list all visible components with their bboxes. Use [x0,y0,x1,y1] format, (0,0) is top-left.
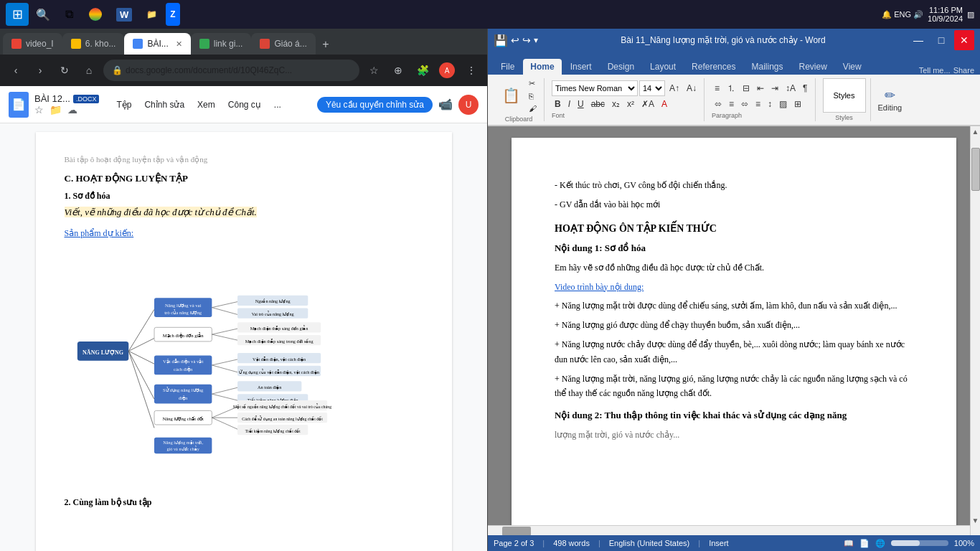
paste-btn[interactable]: 📋 [498,85,524,105]
hscroll-thumb[interactable] [502,527,531,535]
share-btn[interactable]: ⊕ [388,60,408,80]
tab-label: link gi... [214,39,243,49]
superscript-btn[interactable]: x² [624,98,637,110]
share-text[interactable]: Share [953,66,974,75]
indent-right-btn[interactable]: ⇥ [768,82,781,95]
tab-file[interactable]: File [494,59,522,75]
scroll-thumb[interactable] [971,148,980,191]
redo-icon[interactable]: ↪ [522,34,531,46]
address-bar[interactable]: 🔒 docs.google.com/document/d/10QI46ZqC..… [103,60,359,81]
tab-link[interactable]: link gi... [191,33,252,55]
star-icon[interactable]: ☆ [34,104,44,116]
notification-btn[interactable]: ▨ [967,10,974,19]
extension-btn[interactable]: 🧩 [413,60,433,80]
menu-tep[interactable]: Tệp [110,97,137,113]
show-hide-btn[interactable]: ¶ [800,82,810,95]
reload-btn[interactable]: ↻ [55,60,75,80]
search-icon[interactable]: 🔍 [32,3,55,26]
styles-btn[interactable]: Styles [823,78,866,113]
folder-icon[interactable]: 📁 [50,104,62,116]
numbering-btn[interactable]: ⒈ [724,81,738,96]
tab-references[interactable]: References [684,59,743,75]
tab-kho[interactable]: 6. kho... [62,33,125,55]
profile-btn[interactable]: A [437,60,457,80]
justify-btn[interactable]: ≡ [753,98,763,110]
line-spacing-btn[interactable]: ↕ [765,98,775,110]
tab-close-btn[interactable]: ✕ [176,39,182,49]
maximize-btn[interactable]: □ [931,30,951,50]
web-layout-icon[interactable]: 🌐 [875,539,885,548]
tab-video[interactable]: video_I [3,33,62,55]
sort-btn[interactable]: ↕A [783,82,798,95]
subscript-btn[interactable]: x₂ [609,98,623,110]
word-page[interactable]: - Kết thúc trò chơi, GV công bố đội chiế… [512,138,956,535]
new-tab-btn[interactable]: + [316,34,336,55]
tab-review[interactable]: Review [791,59,834,75]
tab-view[interactable]: View [836,59,869,75]
minimize-btn[interactable]: — [908,30,928,50]
word-app-btn[interactable]: W [110,3,138,26]
request-edit-btn[interactable]: Yêu cầu quyền chỉnh sửa [317,97,433,113]
shading-btn[interactable]: ▨ [776,98,790,110]
task-view-icon[interactable]: ⧉ [57,3,80,26]
browser-toolbar: ‹ › ↻ ⌂ 🔒 docs.google.com/document/d/10Q… [0,55,487,86]
url-text: docs.google.com/document/d/10QI46ZqC... [126,65,292,75]
start-button[interactable]: ⊞ [6,3,29,26]
undo-icon[interactable]: ↩ [511,34,519,46]
align-right-btn[interactable]: ⬄ [738,98,751,110]
forward-btn[interactable]: › [30,60,50,80]
close-btn[interactable]: ✕ [954,30,974,50]
format-painter-btn[interactable]: 🖌 [526,103,540,114]
home-btn[interactable]: ⌂ [79,60,99,80]
tab-insert[interactable]: Insert [563,59,599,75]
menu-more[interactable]: ... [268,97,287,113]
cut-btn[interactable]: ✂ [526,77,540,90]
cloud-icon[interactable]: ☁ [67,104,77,116]
bookmark-btn[interactable]: ☆ [364,60,384,80]
grow-font-btn[interactable]: A↑ [666,82,682,95]
word-scrollbar[interactable]: ▲ ▼ [970,126,980,535]
video-link-text[interactable]: Video trình bày nội dung: [555,282,644,292]
word-hscrollbar[interactable] [488,525,970,535]
tab-layout[interactable]: Layout [643,59,683,75]
font-size-select[interactable]: 14 [639,80,665,96]
menu-chinh-sua[interactable]: Chỉnh sửa [138,97,190,113]
align-left-btn[interactable]: ⬄ [712,98,725,110]
copy-btn[interactable]: ⎘ [526,90,540,102]
tab-mailings[interactable]: Mailings [744,59,790,75]
font-color-btn[interactable]: A [659,98,670,110]
scroll-down-btn[interactable]: ▼ [971,515,980,525]
tab-design[interactable]: Design [600,59,641,75]
clear-format-btn[interactable]: ✗A [639,98,657,110]
tab-bai[interactable]: BÀI... ✕ [124,33,190,55]
font-family-select[interactable]: Times New Roman [552,80,638,96]
menu-xem[interactable]: Xem [192,97,221,113]
video-icon[interactable]: 📹 [438,98,453,111]
back-btn[interactable]: ‹ [6,60,26,80]
multilevel-btn[interactable]: ⊟ [740,82,753,95]
zoom-slider[interactable] [891,540,948,546]
user-avatar[interactable]: U [458,95,479,115]
scroll-up-btn[interactable]: ▲ [971,126,980,136]
shrink-font-btn[interactable]: A↓ [684,82,699,95]
indent-left-btn[interactable]: ⇤ [754,82,767,95]
bold-btn[interactable]: B [552,98,564,110]
bullets-btn[interactable]: ≡ [712,82,722,95]
read-mode-icon[interactable]: 📖 [844,539,854,548]
browser-content: 📄 BÀI 12... .DOCX ☆ 📁 ☁ Tệp [0,86,487,551]
chrome-app[interactable] [83,3,108,26]
menu-cong-cu[interactable]: Công cụ [222,97,267,113]
strikethrough-btn[interactable]: abc [588,98,608,110]
menu-btn[interactable]: ⋮ [461,60,481,80]
align-center-btn[interactable]: ≡ [726,98,737,110]
word-save-icon[interactable]: 💾 [494,34,508,47]
product-link[interactable]: Sản phẩm dự kiến: [65,227,423,240]
underline-btn[interactable]: U [575,98,587,110]
tab-home[interactable]: Home [523,59,561,75]
zalo-btn[interactable]: Z [166,3,179,26]
tab-giao[interactable]: Giáo á... [251,33,315,55]
print-layout-icon[interactable]: 📄 [859,539,870,548]
borders-btn[interactable]: ⊞ [791,98,804,110]
file-explorer-btn[interactable]: 📁 [141,3,163,26]
italic-btn[interactable]: I [565,98,573,110]
